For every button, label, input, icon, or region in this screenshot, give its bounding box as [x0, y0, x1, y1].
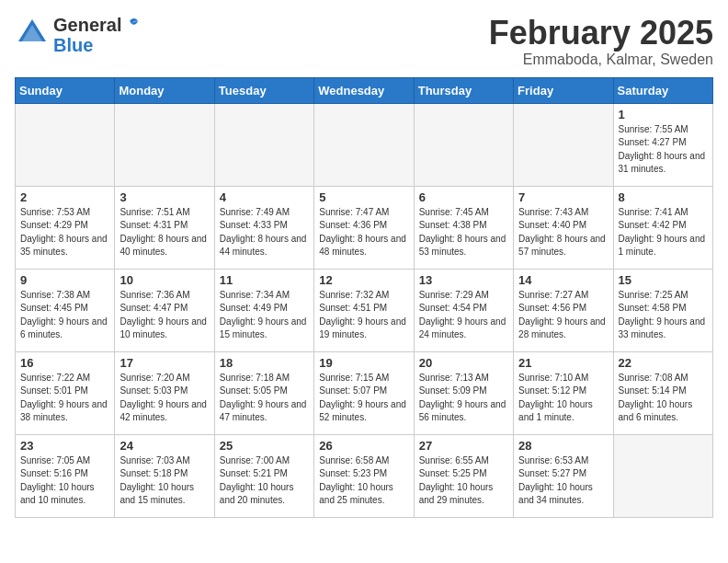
day-info: Sunrise: 7:53 AM Sunset: 4:29 PM Dayligh…	[20, 206, 109, 259]
day-cell	[314, 103, 414, 186]
day-info: Sunrise: 7:00 AM Sunset: 5:21 PM Dayligh…	[220, 454, 309, 508]
day-number: 16	[20, 356, 109, 370]
day-info: Sunrise: 7:27 AM Sunset: 4:56 PM Dayligh…	[518, 289, 608, 342]
day-cell	[414, 103, 513, 186]
week-row-1: 2Sunrise: 7:53 AM Sunset: 4:29 PM Daylig…	[16, 186, 713, 269]
day-info: Sunrise: 6:53 AM Sunset: 5:27 PM Dayligh…	[518, 454, 608, 508]
day-cell: 1Sunrise: 7:55 AM Sunset: 4:27 PM Daylig…	[613, 103, 712, 186]
day-number: 21	[518, 356, 608, 370]
day-cell: 14Sunrise: 7:27 AM Sunset: 4:56 PM Dayli…	[514, 269, 613, 351]
day-info: Sunrise: 7:20 AM Sunset: 5:03 PM Dayligh…	[119, 372, 209, 425]
day-number: 19	[319, 356, 408, 370]
day-number: 2	[20, 190, 109, 204]
day-cell: 23Sunrise: 7:05 AM Sunset: 5:16 PM Dayli…	[16, 434, 115, 517]
week-row-3: 16Sunrise: 7:22 AM Sunset: 5:01 PM Dayli…	[16, 351, 713, 434]
day-info: Sunrise: 7:38 AM Sunset: 4:45 PM Dayligh…	[20, 289, 109, 342]
day-cell	[214, 103, 313, 186]
day-number: 24	[119, 439, 209, 453]
day-cell: 12Sunrise: 7:32 AM Sunset: 4:51 PM Dayli…	[314, 269, 414, 351]
day-number: 7	[518, 190, 608, 204]
weekday-header-row: SundayMondayTuesdayWednesdayThursdayFrid…	[16, 77, 713, 103]
day-info: Sunrise: 7:29 AM Sunset: 4:54 PM Dayligh…	[419, 289, 508, 342]
logo-general: General	[53, 15, 121, 36]
day-info: Sunrise: 7:03 AM Sunset: 5:18 PM Dayligh…	[119, 454, 209, 508]
day-cell: 2Sunrise: 7:53 AM Sunset: 4:29 PM Daylig…	[16, 186, 115, 269]
day-number: 1	[619, 108, 708, 121]
weekday-header-monday: Monday	[115, 77, 214, 103]
day-cell	[613, 434, 712, 517]
day-number: 10	[119, 273, 209, 287]
day-cell: 4Sunrise: 7:49 AM Sunset: 4:33 PM Daylig…	[214, 186, 313, 269]
day-number: 22	[619, 356, 708, 370]
day-number: 26	[319, 439, 408, 453]
weekday-header-friday: Friday	[514, 77, 613, 103]
day-cell: 9Sunrise: 7:38 AM Sunset: 4:45 PM Daylig…	[16, 269, 115, 351]
week-row-0: 1Sunrise: 7:55 AM Sunset: 4:27 PM Daylig…	[16, 103, 713, 186]
day-info: Sunrise: 6:58 AM Sunset: 5:23 PM Dayligh…	[319, 454, 408, 508]
day-number: 27	[419, 439, 508, 453]
header: General Blue February 2025 Emmaboda, Kal…	[15, 15, 713, 68]
day-cell: 19Sunrise: 7:15 AM Sunset: 5:07 PM Dayli…	[314, 351, 414, 434]
day-info: Sunrise: 7:45 AM Sunset: 4:38 PM Dayligh…	[419, 206, 508, 259]
day-number: 6	[419, 190, 508, 204]
day-cell: 27Sunrise: 6:55 AM Sunset: 5:25 PM Dayli…	[414, 434, 513, 517]
logo-text-block: General Blue	[53, 15, 140, 54]
day-cell: 15Sunrise: 7:25 AM Sunset: 4:58 PM Dayli…	[613, 269, 712, 351]
day-info: Sunrise: 7:47 AM Sunset: 4:36 PM Dayligh…	[319, 206, 408, 259]
day-cell: 16Sunrise: 7:22 AM Sunset: 5:01 PM Dayli…	[16, 351, 115, 434]
weekday-header-saturday: Saturday	[613, 77, 712, 103]
day-cell: 5Sunrise: 7:47 AM Sunset: 4:36 PM Daylig…	[314, 186, 414, 269]
day-cell: 26Sunrise: 6:58 AM Sunset: 5:23 PM Dayli…	[314, 434, 414, 517]
weekday-header-wednesday: Wednesday	[314, 77, 414, 103]
day-number: 5	[319, 190, 408, 204]
day-info: Sunrise: 7:10 AM Sunset: 5:12 PM Dayligh…	[518, 372, 608, 425]
day-info: Sunrise: 7:55 AM Sunset: 4:27 PM Dayligh…	[619, 123, 708, 177]
weekday-header-thursday: Thursday	[414, 77, 513, 103]
logo-icon	[15, 16, 50, 54]
day-number: 3	[119, 190, 209, 204]
title-area: February 2025 Emmaboda, Kalmar, Sweden	[489, 15, 713, 68]
calendar: SundayMondayTuesdayWednesdayThursdayFrid…	[15, 77, 713, 518]
day-cell: 13Sunrise: 7:29 AM Sunset: 4:54 PM Dayli…	[414, 269, 513, 351]
day-cell: 10Sunrise: 7:36 AM Sunset: 4:47 PM Dayli…	[115, 269, 214, 351]
location-title: Emmaboda, Kalmar, Sweden	[489, 52, 713, 68]
logo-blue: Blue	[53, 36, 140, 54]
day-info: Sunrise: 6:55 AM Sunset: 5:25 PM Dayligh…	[419, 454, 508, 508]
day-number: 14	[518, 273, 608, 287]
day-cell	[16, 103, 115, 186]
day-info: Sunrise: 7:15 AM Sunset: 5:07 PM Dayligh…	[319, 372, 408, 425]
day-info: Sunrise: 7:43 AM Sunset: 4:40 PM Dayligh…	[518, 206, 608, 259]
day-cell	[115, 103, 214, 186]
day-number: 15	[619, 273, 708, 287]
day-cell: 17Sunrise: 7:20 AM Sunset: 5:03 PM Dayli…	[115, 351, 214, 434]
weekday-header-sunday: Sunday	[16, 77, 115, 103]
day-number: 25	[220, 439, 309, 453]
month-title: February 2025	[489, 15, 713, 52]
weekday-header-tuesday: Tuesday	[214, 77, 313, 103]
day-cell: 28Sunrise: 6:53 AM Sunset: 5:27 PM Dayli…	[514, 434, 613, 517]
logo: General Blue	[15, 15, 140, 54]
day-number: 17	[119, 356, 209, 370]
day-cell: 24Sunrise: 7:03 AM Sunset: 5:18 PM Dayli…	[115, 434, 214, 517]
day-number: 8	[619, 190, 708, 204]
day-info: Sunrise: 7:49 AM Sunset: 4:33 PM Dayligh…	[220, 206, 309, 259]
week-row-4: 23Sunrise: 7:05 AM Sunset: 5:16 PM Dayli…	[16, 434, 713, 517]
day-info: Sunrise: 7:51 AM Sunset: 4:31 PM Dayligh…	[119, 206, 209, 259]
day-number: 4	[220, 190, 309, 204]
day-info: Sunrise: 7:41 AM Sunset: 4:42 PM Dayligh…	[619, 206, 708, 259]
day-number: 12	[319, 273, 408, 287]
day-info: Sunrise: 7:25 AM Sunset: 4:58 PM Dayligh…	[619, 289, 708, 342]
day-cell: 22Sunrise: 7:08 AM Sunset: 5:14 PM Dayli…	[613, 351, 712, 434]
day-cell: 8Sunrise: 7:41 AM Sunset: 4:42 PM Daylig…	[613, 186, 712, 269]
day-cell: 3Sunrise: 7:51 AM Sunset: 4:31 PM Daylig…	[115, 186, 214, 269]
day-cell: 21Sunrise: 7:10 AM Sunset: 5:12 PM Dayli…	[514, 351, 613, 434]
logo-bird-icon	[123, 17, 140, 33]
day-number: 20	[419, 356, 508, 370]
day-cell	[514, 103, 613, 186]
day-number: 13	[419, 273, 508, 287]
day-number: 23	[20, 439, 109, 453]
day-number: 28	[518, 439, 608, 453]
day-cell: 20Sunrise: 7:13 AM Sunset: 5:09 PM Dayli…	[414, 351, 513, 434]
day-cell: 7Sunrise: 7:43 AM Sunset: 4:40 PM Daylig…	[514, 186, 613, 269]
day-info: Sunrise: 7:34 AM Sunset: 4:49 PM Dayligh…	[220, 289, 309, 342]
